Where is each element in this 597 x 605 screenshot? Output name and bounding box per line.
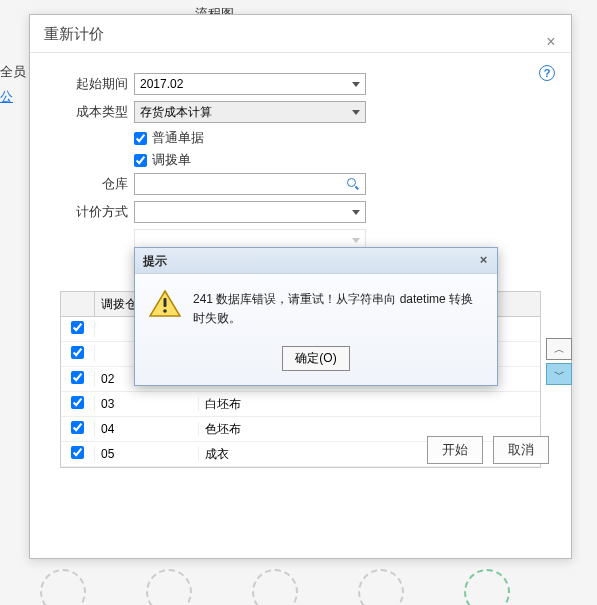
bg-circle <box>358 569 404 605</box>
pricing-method-row: 计价方式 <box>60 201 541 223</box>
dialog-title-text: 重新计价 <box>44 25 104 42</box>
chevron-down-icon <box>352 110 360 115</box>
row-checkbox[interactable] <box>71 371 84 384</box>
svg-point-2 <box>163 309 167 313</box>
row-checkbox[interactable] <box>71 421 84 434</box>
table-row[interactable]: 03白坯布 <box>61 392 540 417</box>
bg-circles <box>40 569 510 605</box>
warehouse-label: 仓库 <box>60 175 128 193</box>
row-checkbox-cell <box>61 371 95 387</box>
alert-close-icon[interactable]: × <box>476 253 491 268</box>
alert-ok-button[interactable]: 确定(O) <box>282 346 349 371</box>
svg-rect-1 <box>164 298 167 307</box>
row-checkbox-cell <box>61 421 95 437</box>
row-checkbox-cell <box>61 396 95 412</box>
cost-type-label: 成本类型 <box>60 103 128 121</box>
cost-type-select[interactable]: 存货成本计算 <box>134 101 366 123</box>
bg-circle <box>146 569 192 605</box>
transfer-receipt-checkbox-row: 调拨单 <box>134 151 541 169</box>
row-code: 04 <box>95 422 199 436</box>
start-period-row: 起始期间 2017.02 <box>60 73 541 95</box>
cost-type-row: 成本类型 存货成本计算 <box>60 101 541 123</box>
chevron-down-icon <box>352 238 360 243</box>
warehouse-row: 仓库 <box>60 173 541 195</box>
search-icon[interactable] <box>346 177 360 191</box>
pricing-method-select[interactable] <box>134 201 366 223</box>
alert-title: 提示 × <box>135 248 497 274</box>
move-up-button[interactable]: ︿ <box>546 338 572 360</box>
row-checkbox-cell <box>61 346 95 362</box>
cancel-button[interactable]: 取消 <box>493 436 549 464</box>
row-checkbox[interactable] <box>71 446 84 459</box>
row-checkbox[interactable] <box>71 346 84 359</box>
row-code: 03 <box>95 397 199 411</box>
row-checkbox-cell <box>61 321 95 337</box>
alert-dialog: 提示 × 241 数据库错误，请重试！从字符串向 datetime 转换时失败。… <box>134 247 498 386</box>
alert-title-text: 提示 <box>143 254 167 268</box>
normal-receipt-checkbox-row: 普通单据 <box>134 129 541 147</box>
normal-receipt-checkbox[interactable] <box>134 132 147 145</box>
pricing-method-label: 计价方式 <box>60 203 128 221</box>
bg-public-link[interactable]: 公 <box>0 89 13 104</box>
bg-members: 全员 <box>0 64 26 79</box>
transfer-receipt-label: 调拨单 <box>152 151 191 169</box>
start-period-value: 2017.02 <box>140 77 183 91</box>
help-icon[interactable]: ? <box>539 65 555 81</box>
warning-icon <box>149 290 181 318</box>
alert-footer: 确定(O) <box>135 338 497 385</box>
cost-type-value: 存货成本计算 <box>140 104 212 121</box>
start-period-select[interactable]: 2017.02 <box>134 73 366 95</box>
bg-circle <box>464 569 510 605</box>
row-code: 05 <box>95 447 199 461</box>
start-period-label: 起始期间 <box>60 75 128 93</box>
row-checkbox[interactable] <box>71 396 84 409</box>
move-down-button[interactable]: ﹀ <box>546 363 572 385</box>
header-checkbox-col <box>61 292 95 316</box>
chevron-down-icon <box>352 82 360 87</box>
alert-message: 241 数据库错误，请重试！从字符串向 datetime 转换时失败。 <box>193 290 483 328</box>
bg-left-text: 全员 公 <box>0 60 26 109</box>
bg-circle <box>40 569 86 605</box>
row-name: 色坯布 <box>199 421 540 438</box>
alert-body: 241 数据库错误，请重试！从字符串向 datetime 转换时失败。 <box>135 274 497 338</box>
bg-circle <box>252 569 298 605</box>
side-buttons: ︿ ﹀ <box>546 338 572 385</box>
normal-receipt-label: 普通单据 <box>152 129 204 147</box>
bottom-buttons: 开始 取消 <box>427 436 549 464</box>
transfer-receipt-checkbox[interactable] <box>134 154 147 167</box>
row-name: 白坯布 <box>199 396 540 413</box>
row-checkbox[interactable] <box>71 321 84 334</box>
close-icon[interactable]: × <box>541 23 561 43</box>
warehouse-input[interactable] <box>134 173 366 195</box>
chevron-down-icon <box>352 210 360 215</box>
start-button[interactable]: 开始 <box>427 436 483 464</box>
row-checkbox-cell <box>61 446 95 462</box>
dialog-title: 重新计价 × <box>30 15 571 53</box>
